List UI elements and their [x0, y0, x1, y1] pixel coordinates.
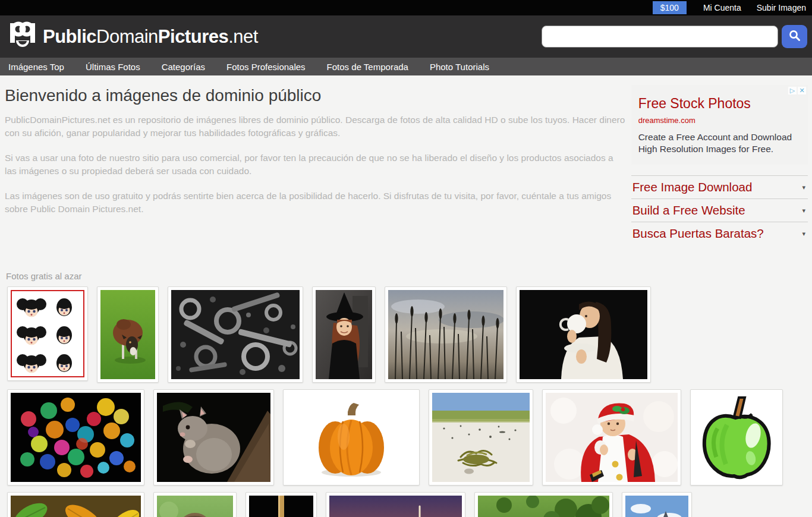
- sidebar-link-build-free-website[interactable]: Build a Free Website ▾: [631, 198, 808, 222]
- photo-row-2: [7, 389, 808, 486]
- thumbnail-broom[interactable]: [246, 492, 317, 517]
- main-navigation: Imágenes Top Últimas Fotos Categorías Fo…: [0, 58, 812, 75]
- upload-image-link[interactable]: Subir Imagen: [757, 3, 806, 12]
- photo-row-1: [7, 286, 808, 383]
- thumbnail-possum[interactable]: [153, 389, 274, 486]
- sidebar-link-free-image-download[interactable]: Free Image Download ▾: [631, 175, 808, 198]
- ad-close-icon[interactable]: ✕: [798, 87, 806, 94]
- photo-row-3: [7, 492, 808, 517]
- nav-photo-tutorials[interactable]: Photo Tutorials: [430, 62, 489, 72]
- pp-logo-icon: [6, 19, 39, 55]
- ad-banner[interactable]: ▷ ✕ Free Stock Photos dreamstime.com Cre…: [631, 85, 808, 165]
- thumbnail-tools[interactable]: [168, 286, 303, 383]
- my-account-link[interactable]: Mi Cuenta: [703, 3, 741, 12]
- search-input[interactable]: [542, 26, 778, 48]
- thumbnail-goat[interactable]: [97, 286, 159, 383]
- chevron-down-icon: ▾: [802, 230, 805, 238]
- thumbnail-reeds[interactable]: [385, 286, 507, 383]
- thumbnail-pumpkin[interactable]: [283, 389, 420, 486]
- site-header: PublicDomainPictures.net: [0, 15, 812, 58]
- thumbnail-woman-drinking-tea[interactable]: [516, 286, 651, 383]
- nav-categorias[interactable]: Categorías: [162, 62, 205, 72]
- random-photos-label: Fotos gratis al azar: [6, 271, 808, 281]
- thumbnail-fisherman-river[interactable]: [474, 492, 613, 517]
- thumbnail-bokeh-lights[interactable]: [7, 389, 144, 486]
- site-title: PublicDomainPictures.net: [43, 26, 258, 48]
- search-icon: [788, 29, 801, 44]
- chevron-down-icon: ▾: [802, 184, 805, 191]
- ad-title-link[interactable]: Free Stock Photos: [638, 96, 801, 112]
- search-button[interactable]: [782, 25, 807, 48]
- thumbnail-witch-woman[interactable]: [312, 286, 376, 383]
- intro-paragraph-2: Si vas a usar una foto de nuestro sitio …: [5, 152, 627, 178]
- nav-fotos-de-temporada[interactable]: Fotos de Temporada: [327, 62, 408, 72]
- ad-body-text: Create a Free Account and Download High …: [638, 131, 801, 155]
- thumbnail-sunset[interactable]: [326, 492, 465, 517]
- adchoices-icon[interactable]: ▷: [788, 87, 797, 94]
- intro-text-column: Bienvenido a imágenes de dominio público…: [5, 84, 627, 228]
- chevron-down-icon: ▾: [802, 207, 805, 215]
- thumbnail-city-skyline[interactable]: [622, 492, 692, 517]
- nav-ultimas-fotos[interactable]: Últimas Fotos: [86, 62, 140, 72]
- page-title: Bienvenido a imágenes de dominio público: [5, 86, 627, 105]
- intro-paragraph-3: Las imágenes son de uso gratuito y podrá…: [5, 190, 627, 216]
- site-logo[interactable]: PublicDomainPictures.net: [6, 19, 258, 55]
- sidebar-links: Free Image Download ▾ Build a Free Websi…: [631, 175, 808, 245]
- thumbnail-owl[interactable]: [153, 492, 237, 517]
- thumbnail-santa-baby[interactable]: [542, 389, 681, 486]
- thumbnail-anime-faces[interactable]: [7, 286, 88, 381]
- sidebar: ▷ ✕ Free Stock Photos dreamstime.com Cre…: [631, 85, 808, 245]
- price-button[interactable]: $100: [653, 1, 687, 14]
- ad-domain: dreamstime.com: [638, 116, 801, 125]
- intro-paragraph-1: PublicDomainPictures.net es un repositor…: [5, 114, 627, 140]
- sidebar-link-busca-puertas[interactable]: Busca Puertas Baratas? ▾: [631, 222, 808, 245]
- top-utility-bar: $100 Mi Cuenta Subir Imagen: [0, 0, 812, 15]
- thumbnail-beach-seaweed[interactable]: [429, 389, 533, 486]
- thumbnail-autumn-leaves[interactable]: [7, 492, 144, 517]
- search-area: [542, 25, 807, 48]
- nav-imagenes-top[interactable]: Imágenes Top: [8, 62, 64, 72]
- thumbnail-green-apple[interactable]: [690, 389, 783, 486]
- main-content: Bienvenido a imágenes de dominio público…: [0, 75, 812, 517]
- nav-fotos-profesionales[interactable]: Fotos Profesionales: [226, 62, 306, 72]
